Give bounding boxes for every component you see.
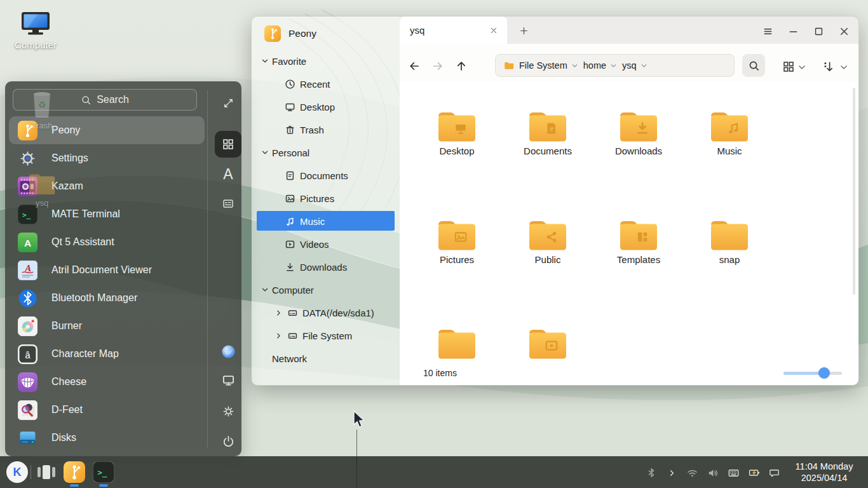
start-logo-icon: K: [13, 466, 22, 479]
menu-app-character-map[interactable]: â Character Map: [9, 340, 205, 368]
start-menu-button[interactable]: K: [6, 461, 28, 483]
sidebar-item-downloads[interactable]: Downloads: [252, 257, 400, 277]
folder-item-templates[interactable]: Templates: [600, 217, 677, 265]
folder-item-music[interactable]: Music: [691, 109, 768, 156]
zoom-slider[interactable]: [783, 372, 842, 375]
peony-app-icon: [64, 461, 85, 483]
sort-alphabetical-icon[interactable]: A: [215, 161, 241, 187]
sidebar-section-personal[interactable]: Personal: [252, 142, 400, 163]
view-category-icon[interactable]: [215, 190, 241, 217]
path-crumb-filesystem[interactable]: File System: [519, 60, 579, 71]
chevron-right-icon: [275, 309, 283, 317]
gear-icon[interactable]: [215, 398, 241, 424]
folder-item-pictures[interactable]: Pictures: [419, 217, 495, 265]
folder-item-row3-2[interactable]: [510, 326, 586, 362]
folder-item-row3-1[interactable]: [419, 326, 495, 362]
sidebar-item-data-partition[interactable]: DATA(/dev/sda1): [252, 302, 400, 323]
folder-item-snap[interactable]: snap: [691, 217, 768, 265]
folder-item-desktop[interactable]: Desktop: [419, 109, 495, 156]
menu-app-atril[interactable]: A Atril Document Viewer: [9, 256, 205, 284]
clock-date: 2025/04/14: [789, 472, 859, 484]
sort-chevron-icon[interactable]: [839, 62, 849, 72]
desktop-icon-ysq-ghost[interactable]: ysq: [17, 172, 67, 208]
menu-app-qt5-assistant[interactable]: A Qt 5 Assistant: [9, 228, 205, 256]
menu-divider: [207, 90, 208, 447]
menu-app-cheese[interactable]: Cheese: [9, 368, 205, 396]
menu-app-dfeet[interactable]: D-Feet: [9, 396, 205, 424]
desktop-icon-computer[interactable]: Computer: [10, 10, 61, 50]
monitor-settings-icon[interactable]: [215, 367, 241, 393]
taskbar: K >_ 11:04 Monday 2025/04/14: [0, 456, 868, 488]
sidebar-item-desktop[interactable]: Desktop: [252, 97, 400, 117]
view-mode-icon[interactable]: [782, 60, 795, 73]
new-tab-button[interactable]: [517, 24, 531, 37]
tray-expand-chevron-icon[interactable]: [665, 466, 678, 479]
sidebar-item-file-system[interactable]: File System: [252, 325, 400, 346]
file-manager-window: Peony Favorite Recent Desktop Trash Pers…: [251, 16, 859, 386]
app-label: Disks: [51, 432, 76, 444]
view-mode-chevron-icon[interactable]: [797, 62, 807, 72]
recent-icon: [285, 79, 295, 90]
desktop-icon-trash-ghost[interactable]: ♻ Trash: [17, 89, 67, 130]
forward-button[interactable]: [431, 59, 445, 73]
desktop-icon: [285, 102, 295, 112]
taskbar-terminal-icon[interactable]: >_: [93, 461, 114, 483]
sidebar-item-pictures[interactable]: Pictures: [252, 188, 400, 208]
sidebar-item-recent[interactable]: Recent: [252, 74, 400, 94]
fm-content: Desktop Documents Downloads Music Pictur…: [400, 82, 858, 362]
fm-app-title: Peony: [288, 28, 316, 39]
sidebar-section-network[interactable]: Network: [252, 348, 400, 369]
path-crumb-ysq[interactable]: ysq: [622, 60, 648, 71]
menu-app-settings[interactable]: Settings: [9, 144, 205, 172]
search-button[interactable]: [742, 54, 765, 77]
folder-item-public[interactable]: Public: [510, 217, 586, 265]
sidebar-item-trash[interactable]: Trash: [252, 119, 400, 140]
menu-app-burner[interactable]: Burner: [9, 312, 205, 340]
folder-icon: [436, 109, 478, 143]
wifi-tray-icon[interactable]: [686, 466, 698, 479]
menu-app-disks[interactable]: Disks: [9, 424, 205, 452]
browser-globe-icon[interactable]: [215, 338, 241, 365]
sidebar-section-computer[interactable]: Computer: [252, 280, 400, 300]
vertical-scrollbar[interactable]: [853, 88, 855, 295]
battery-tray-icon[interactable]: [748, 466, 761, 479]
multitasking-view-button[interactable]: [37, 464, 56, 480]
sidebar-item-videos[interactable]: Videos: [252, 234, 400, 254]
folder-label: Templates: [600, 254, 677, 265]
up-button[interactable]: [454, 59, 468, 73]
volume-tray-icon[interactable]: [706, 466, 719, 479]
sidebar-section-favorite[interactable]: Favorite: [252, 51, 400, 71]
tab-title: ysq: [400, 25, 485, 36]
path-bar[interactable]: File System home ysq: [495, 54, 735, 77]
keyboard-tray-icon[interactable]: [727, 466, 740, 479]
notifications-tray-icon[interactable]: [768, 466, 780, 479]
view-grid-apps-icon[interactable]: [215, 131, 241, 158]
sidebar-item-music[interactable]: Music: [252, 211, 400, 231]
power-icon[interactable]: [215, 428, 241, 454]
folder-label: Public: [510, 254, 586, 265]
tab-close-icon[interactable]: [485, 22, 502, 39]
folder-small-icon: [503, 60, 515, 71]
fm-active-tab[interactable]: ysq: [400, 17, 507, 44]
close-button[interactable]: [837, 24, 851, 38]
menu-app-bluetooth-manager[interactable]: Bluetooth Manager: [9, 284, 205, 312]
taskbar-separator: [31, 465, 31, 479]
maximize-button[interactable]: [811, 24, 825, 38]
expand-menu-icon[interactable]: [215, 90, 241, 116]
window-menu-button[interactable]: [761, 24, 775, 38]
bluetooth-tray-icon[interactable]: [645, 466, 658, 479]
sort-icon[interactable]: [822, 60, 834, 73]
taskbar-clock[interactable]: 11:04 Monday 2025/04/14: [789, 461, 859, 484]
taskbar-peony-icon[interactable]: [64, 461, 85, 483]
app-label: Cheese: [51, 376, 86, 388]
search-icon: [81, 95, 92, 105]
minimize-button[interactable]: [786, 24, 800, 38]
back-button[interactable]: [407, 59, 421, 73]
path-crumb-home[interactable]: home: [583, 60, 618, 71]
zoom-slider-handle[interactable]: [818, 367, 830, 379]
folder-item-documents[interactable]: Documents: [510, 109, 586, 156]
sidebar-item-documents[interactable]: Documents: [252, 165, 400, 186]
clock-time: 11:04 Monday: [789, 461, 859, 472]
mouse-cursor: [351, 410, 367, 429]
folder-item-downloads[interactable]: Downloads: [600, 109, 677, 156]
